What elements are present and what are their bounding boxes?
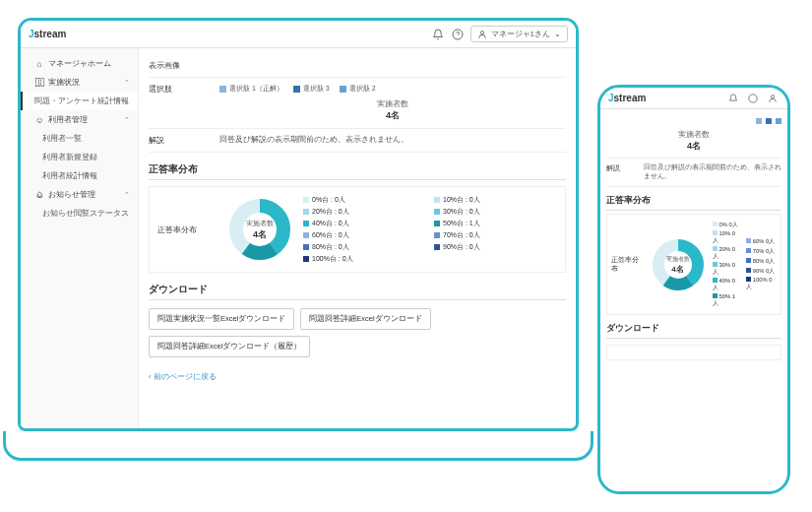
app-body: ⌂ マネージャホーム ⿲ 実施状況 ⌃ 問題・アンケート統計情報 ☺ 利用者管理… <box>21 48 576 428</box>
chevron-down-icon: ⌄ <box>554 30 561 38</box>
legend-label: 選択肢 1（正解） <box>229 84 283 94</box>
chart-row-label: 正答率分布 <box>611 256 644 274</box>
sidebar-item-notice-management[interactable]: 🕭 お知らせ管理 ⌃ <box>21 185 138 204</box>
main-content: 表示画像 選択肢 選択肢 1（正解） 選択肢 3 選択肢 2 実施者数 4名 <box>139 48 576 428</box>
laptop-screen: Jstream マネージャ1さん ⌄ ⌂ マネー <box>18 18 579 431</box>
chevron-up-icon: ⌃ <box>124 116 130 124</box>
count-label: 実施者数 <box>606 130 781 140</box>
chevron-up-icon: ⌃ <box>124 79 130 87</box>
chart-row-label: 正答率分布 <box>157 224 217 235</box>
legend-label: 0%台 : 0人 <box>312 195 345 205</box>
download-status-button[interactable]: 問題実施状況一覧Excelダウンロード <box>149 308 294 330</box>
swatch-icon <box>303 232 309 238</box>
legend-label: 30%台 : 0人 <box>443 207 480 217</box>
bell-icon[interactable] <box>726 92 740 105</box>
svg-point-6 <box>771 95 774 97</box>
legend-item: 50% 1人 <box>713 293 740 308</box>
user-icon[interactable] <box>766 92 780 105</box>
legend-label: 選択肢 2 <box>349 84 376 94</box>
legend-item: 90% 0人 <box>746 267 777 276</box>
distribution-chart-row: 正答率分布 実施者数 4名 0%台 : 0人10%台 : 0人20%台 : 0人… <box>149 186 566 273</box>
center-value: 4名 <box>253 228 267 241</box>
legend-label: 10%台 : 0人 <box>443 195 480 205</box>
home-icon: ⌂ <box>34 59 44 69</box>
chart-icon: ⿲ <box>34 78 44 88</box>
sidebar-item-label: 問題・アンケート統計情報 <box>34 96 129 106</box>
user-menu[interactable]: マネージャ1さん ⌄ <box>470 26 568 42</box>
legend-item: 10%台 : 0人 <box>434 195 557 205</box>
legend-item: 40%台 : 0人 <box>303 219 426 228</box>
swatch-icon <box>293 86 300 93</box>
legend-item: 50%台 : 1人 <box>434 219 557 228</box>
legend-item: 100% 0人 <box>746 277 777 291</box>
swatch-icon <box>434 232 440 238</box>
help-icon[interactable] <box>746 92 760 105</box>
swatch-icon <box>713 230 718 235</box>
legend-item: 70%台 : 0人 <box>434 230 557 240</box>
swatch-icon <box>303 244 309 250</box>
row-options: 選択肢 選択肢 1（正解） 選択肢 3 選択肢 2 実施者数 4名 <box>149 78 566 129</box>
legend-item: 10% 0人 <box>713 230 740 245</box>
swatch-icon <box>746 268 751 273</box>
count-value: 4名 <box>687 141 701 151</box>
phone-options-legend <box>606 118 781 124</box>
sidebar-item-questionnaire-stats[interactable]: 問題・アンケート統計情報 <box>21 92 138 110</box>
download-answers-button[interactable]: 問題回答詳細Excelダウンロード <box>300 308 430 330</box>
legend-item: 20% 0人 <box>713 246 740 261</box>
sidebar-item-notice-status[interactable]: お知らせ閲覧ステータス <box>21 204 138 223</box>
download-answers-history-button[interactable]: 問題回答詳細Excelダウンロード（履歴） <box>149 336 310 357</box>
legend-item: 80%台 : 0人 <box>303 242 426 252</box>
swatch-icon <box>303 209 309 215</box>
legend-item: 30% 0人 <box>713 262 740 277</box>
sidebar-item-manager-home[interactable]: ⌂ マネージャホーム <box>21 54 138 73</box>
legend-label: 80%台 : 0人 <box>312 242 349 252</box>
row-body <box>219 60 566 71</box>
back-link[interactable]: ‹ 前のページに戻る <box>149 365 566 388</box>
sidebar-item-label: お知らせ管理 <box>48 189 95 200</box>
swatch-icon <box>746 248 751 253</box>
swatch-icon <box>340 86 346 93</box>
center-label: 実施者数 <box>246 219 274 228</box>
explanation-text: 回答及び解説の表示期間前のため、表示されません。 <box>219 135 566 146</box>
download-buttons: 問題実施状況一覧Excelダウンロード 問題回答詳細Excelダウンロード 問題… <box>149 308 566 357</box>
phone-section-download: ダウンロード <box>606 323 781 339</box>
chart-legend: 0%台 : 0人10%台 : 0人20%台 : 0人30%台 : 0人40%台 … <box>303 195 557 264</box>
swatch-icon <box>713 278 718 283</box>
sidebar-item-user-list[interactable]: 利用者一覧 <box>21 129 138 148</box>
svg-point-1 <box>480 31 483 33</box>
phone-header: Jstream <box>600 88 787 109</box>
legend-item: 0%台 : 0人 <box>303 195 426 205</box>
legend-item: 選択肢 2 <box>340 84 376 94</box>
sidebar-item-status[interactable]: ⿲ 実施状況 ⌃ <box>21 73 138 92</box>
swatch-icon <box>746 277 751 282</box>
phone-section-distribution: 正答率分布 <box>606 195 781 211</box>
header-actions: マネージャ1さん ⌄ <box>431 26 568 42</box>
app-header: Jstream マネージャ1さん ⌄ <box>21 21 576 48</box>
section-title-download: ダウンロード <box>149 283 566 300</box>
phone-chart-row: 正答率分布 実施者数 4名 0% 0人10% 0人20% 0人30% 0人40%… <box>606 214 781 315</box>
sidebar-item-label: 利用者一覧 <box>42 133 82 144</box>
sidebar-item-user-management[interactable]: ☺ 利用者管理 ⌃ <box>21 110 138 129</box>
legend-label: 40%台 : 0人 <box>312 219 349 228</box>
bell-icon: 🕭 <box>34 190 44 200</box>
legend-item: 30%台 : 0人 <box>434 207 557 217</box>
chevron-up-icon: ⌃ <box>124 191 130 199</box>
brand-logo: Jstream <box>29 29 66 39</box>
bell-icon[interactable] <box>431 28 445 41</box>
swatch-icon <box>434 209 440 215</box>
swatch-icon <box>303 197 309 203</box>
legend-item: 選択肢 3 <box>293 84 330 94</box>
explanation-text: 回答及び解説の表示期間前のため、表示されません。 <box>644 163 781 181</box>
legend-item: 選択肢 1（正解） <box>219 84 283 94</box>
swatch-icon <box>756 118 762 124</box>
sidebar-item-user-register[interactable]: 利用者新規登録 <box>21 148 138 166</box>
help-icon[interactable] <box>451 28 465 41</box>
swatch-icon <box>303 256 309 262</box>
sidebar-item-user-stats[interactable]: 利用者統計情報 <box>21 166 138 185</box>
phone-download-placeholder <box>606 345 781 360</box>
legend-item: 90%台 : 0人 <box>434 242 557 252</box>
laptop-base <box>3 431 593 461</box>
sidebar-item-label: 利用者統計情報 <box>42 170 97 181</box>
swatch-icon <box>713 293 718 298</box>
row-explanation: 解説 回答及び解説の表示期間前のため、表示されません。 <box>149 129 566 153</box>
